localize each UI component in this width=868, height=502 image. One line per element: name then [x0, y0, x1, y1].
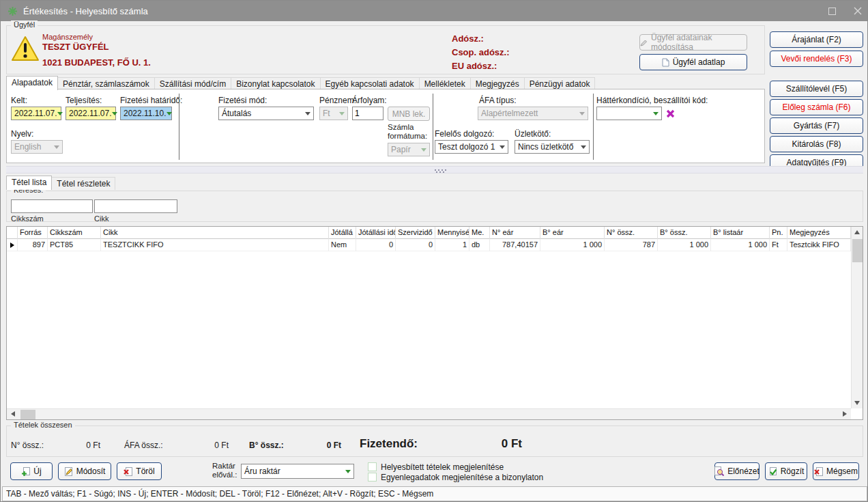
new-item-button[interactable]: Új [10, 462, 53, 480]
save-button[interactable]: Rögzít [765, 462, 807, 480]
items-tabstrip: Tétel lista Tétel részletek [6, 176, 115, 190]
app-window: Értékesítés - Helyesbítő számla Ügyfél M… [0, 0, 868, 502]
col-header[interactable]: N° eár [490, 227, 540, 239]
warehouse-select[interactable]: Áru raktár [241, 464, 354, 479]
customer-order-button[interactable]: Vevői rendelés (F3) [770, 51, 863, 67]
scroll-down-icon[interactable] [854, 401, 860, 405]
production-button[interactable]: Gyártás (F7) [770, 117, 863, 134]
preview-button[interactable]: Előnézet [714, 462, 760, 480]
chevron-down-icon [305, 112, 310, 115]
main-tabstrip: Alapadatok Pénztár, számlaszámok Szállít… [6, 76, 594, 90]
cancel-button[interactable]: Mégsem [813, 462, 859, 480]
invoice-format-select[interactable]: Papír [388, 143, 430, 156]
search-item-name-input[interactable] [94, 199, 177, 213]
eu-tax-label: EU adósz.: [452, 61, 497, 71]
chevron-down-icon [653, 112, 659, 115]
quote-button[interactable]: Árajánlat (F2) [770, 31, 863, 48]
check-icon [768, 467, 777, 476]
cell-brutto-ear: 1 000 [540, 239, 605, 251]
show-corrected-items-label: Helyesbített tételek megjelenítése [381, 462, 504, 472]
outbound-button[interactable]: Kitárolás (F8) [770, 136, 863, 152]
penznem-label: Pénznem: [319, 96, 356, 105]
modify-item-button[interactable]: Módosít [58, 462, 111, 480]
tab-alapadatok[interactable]: Alapadatok [6, 76, 58, 90]
col-header[interactable]: Megjegyzés [787, 227, 851, 239]
maximize-button-icon[interactable] [828, 8, 836, 15]
search-item-number-label: Cikkszám [11, 214, 44, 223]
delete-item-button[interactable]: Töröl [117, 462, 162, 480]
responsible-employee-select[interactable]: Teszt dolgozó 1 [435, 140, 508, 154]
separator [179, 94, 179, 160]
modify-customer-button[interactable]: Ügyfél adatainak módosítása [639, 34, 747, 51]
col-header[interactable]: Forrás [18, 227, 48, 239]
horizontal-scroll-thumb[interactable] [20, 410, 35, 419]
col-header[interactable]: N° össz. [605, 227, 658, 239]
col-header[interactable]: Szervizidő (h [396, 227, 435, 239]
group-tax-label: Csop. adósz.: [452, 47, 510, 57]
vertical-scroll-thumb[interactable] [852, 239, 863, 262]
exchange-rate-input[interactable] [352, 107, 384, 120]
scroll-up-icon[interactable] [854, 230, 860, 234]
row-selector-header [7, 227, 18, 239]
advance-invoice-button[interactable]: Előleg számla (F6) [770, 99, 863, 115]
delivery-note-button[interactable]: Szállítólevél (F5) [770, 81, 863, 97]
col-header[interactable]: Cikkszám [48, 227, 101, 239]
tab-tetel-reszletek[interactable]: Tétel részletek [51, 177, 115, 190]
payment-method-select[interactable]: Átutalás [218, 107, 314, 120]
language-select[interactable]: English [11, 140, 63, 154]
chevron-down-icon [112, 112, 117, 115]
table-row[interactable]: 897 PCT85 TESZTCIKK FIFO Nem 0 0 1 db 78… [7, 239, 851, 251]
cell-jotallasi-ido: 0 [356, 239, 396, 251]
clear-x-icon[interactable] [666, 109, 675, 118]
mnb-query-button[interactable]: MNB lek. [388, 107, 430, 121]
tab-tetel-lista[interactable]: Tétel lista [6, 176, 52, 190]
vat-type-select[interactable]: Alapértelmezett [478, 107, 588, 120]
hatarido-date-picker[interactable]: 2022.11.10. [120, 107, 172, 120]
col-header[interactable]: B° listaár [711, 227, 770, 239]
scroll-right-icon[interactable] [843, 411, 847, 417]
col-header[interactable]: Jótállási idő ( [356, 227, 396, 239]
show-balance-data-checkbox[interactable] [368, 473, 377, 482]
vertical-scrollbar[interactable] [851, 227, 863, 408]
hatarido-label: Fizetési határidő: [120, 96, 182, 105]
close-button-icon[interactable] [854, 7, 862, 15]
col-header[interactable]: Jótállá [329, 227, 356, 239]
arfolyam-label: Árfolyam: [352, 96, 387, 105]
szamla-formatum-label-2: formátuma: [388, 132, 427, 140]
customer-sheet-button[interactable]: Ügyfél adatlap [639, 54, 747, 70]
col-header[interactable]: Cikk [101, 227, 329, 239]
pencil-icon [640, 39, 648, 46]
background-condition-select[interactable] [596, 107, 662, 120]
cell-forras: 897 [18, 239, 48, 251]
show-corrected-items-checkbox[interactable] [368, 462, 377, 471]
hatterkondicio-label: Háttérkondíció, beszállítói kód: [596, 96, 708, 105]
teljesites-date-picker[interactable]: 2022.11.07. [66, 107, 116, 120]
cell-mennyiseg: 1 [435, 239, 469, 251]
sales-agent-select[interactable]: Nincs üzletkötő [515, 140, 590, 154]
cell-brutto-ossz: 1 000 [658, 239, 711, 251]
currency-select[interactable]: Ft [319, 107, 348, 120]
col-header[interactable]: Me. [469, 227, 490, 239]
cell-brutto-listaar: 1 000 [711, 239, 770, 251]
payable-label: Fizetendő: [360, 437, 418, 451]
chevron-down-icon [581, 145, 586, 149]
cell-netto-ear: 787,40157 [490, 239, 540, 251]
document-icon [662, 58, 669, 67]
scroll-left-icon[interactable] [11, 411, 15, 417]
payable-value: 0 Ft [444, 437, 522, 451]
tax-number-label: Adósz.: [452, 33, 484, 44]
splitter-handle[interactable] [6, 166, 863, 173]
splitter-dots-icon [435, 169, 436, 171]
basic-data-panel: Kelt: Teljesítés: Fizetési határidő: 202… [6, 89, 765, 163]
col-header[interactable]: B° eár [540, 227, 605, 239]
horizontal-scrollbar[interactable] [7, 408, 851, 419]
cell-penznem: Ft [770, 239, 787, 251]
col-header[interactable]: B° össz. [658, 227, 711, 239]
felelos-label: Felelős dolgozó: [435, 129, 494, 139]
search-item-number-input[interactable] [11, 199, 93, 213]
preview-icon [714, 466, 724, 476]
col-header[interactable]: Pn. [770, 227, 787, 239]
kelt-date-picker[interactable]: 2022.11.07. [11, 107, 61, 120]
cell-jotallas: Nem [329, 239, 356, 251]
col-header[interactable]: Mennyiség [435, 227, 469, 239]
